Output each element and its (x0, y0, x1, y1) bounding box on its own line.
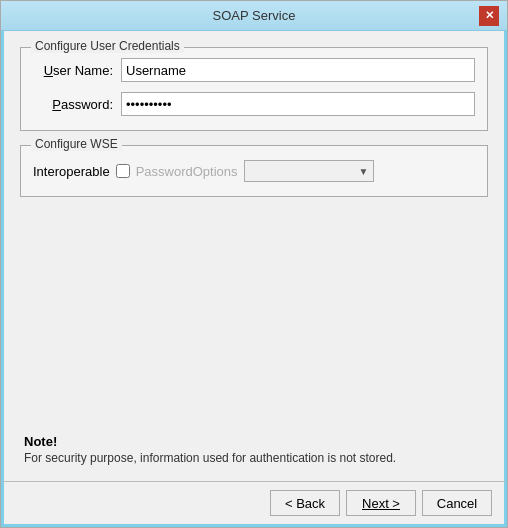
dropdown-arrow-icon: ▼ (359, 166, 369, 177)
note-area: Note! For security purpose, information … (20, 434, 488, 465)
password-options-dropdown[interactable]: ▼ (244, 160, 374, 182)
window-title: SOAP Service (29, 8, 479, 23)
back-button[interactable]: < Back (270, 490, 340, 516)
cancel-button[interactable]: Cancel (422, 490, 492, 516)
wse-row: Interoperable PasswordOptions ▼ (33, 160, 475, 182)
spacer (20, 211, 488, 420)
interoperable-label: Interoperable (33, 164, 110, 179)
content-area: Configure User Credentials User Name: Pa… (1, 31, 507, 481)
interoperable-checkbox[interactable] (116, 164, 130, 178)
title-bar: SOAP Service ✕ (1, 1, 507, 31)
password-row: Password: (33, 92, 475, 116)
main-window: SOAP Service ✕ Configure User Credential… (0, 0, 508, 528)
password-input[interactable] (121, 92, 475, 116)
note-text: For security purpose, information used f… (24, 451, 484, 465)
username-label: User Name: (33, 63, 113, 78)
bottom-bar: < Back Next > Cancel (1, 481, 507, 527)
password-options-label: PasswordOptions (136, 164, 238, 179)
wse-group-label: Configure WSE (31, 137, 122, 151)
wse-group: Configure WSE Interoperable PasswordOpti… (20, 145, 488, 197)
username-input[interactable] (121, 58, 475, 82)
next-button[interactable]: Next > (346, 490, 416, 516)
credentials-group: Configure User Credentials User Name: Pa… (20, 47, 488, 131)
username-row: User Name: (33, 58, 475, 82)
close-button[interactable]: ✕ (479, 6, 499, 26)
credentials-group-label: Configure User Credentials (31, 39, 184, 53)
note-title: Note! (24, 434, 484, 449)
password-label: Password: (33, 97, 113, 112)
